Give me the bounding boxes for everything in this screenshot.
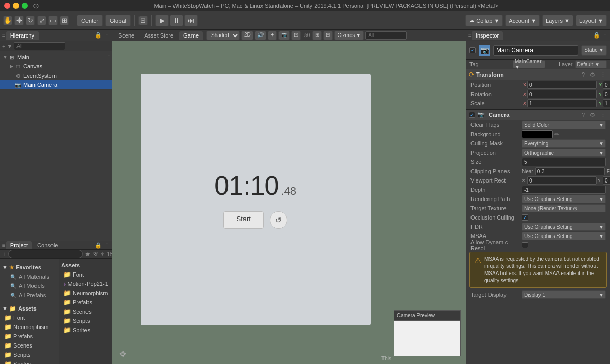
tag-dropdown[interactable]: MainCamer ▼: [513, 60, 545, 68]
static-button[interactable]: Static ▼: [581, 45, 607, 56]
pause-button[interactable]: ⏸: [170, 15, 183, 26]
audio-button[interactable]: 🔊: [255, 31, 266, 40]
right-prefabs[interactable]: 📁 Prefabs: [59, 298, 112, 307]
camera-help-icon[interactable]: ?: [580, 112, 586, 118]
hdr-dropdown[interactable]: Use Graphics Setting ▼: [522, 223, 606, 231]
snap-settings-button[interactable]: ⊟: [323, 31, 333, 40]
position-y-input[interactable]: [603, 81, 610, 89]
scene-view[interactable]: 01:10 .48 Start ↺ ✥ Camera Preview: [112, 41, 466, 364]
add-hierarchy-button[interactable]: +: [2, 43, 5, 49]
asset-sprites[interactable]: 📁 Sprites: [0, 359, 59, 364]
target-display-dropdown[interactable]: Display 1 ▼: [522, 290, 606, 299]
tree-item-eventsystem[interactable]: ⚙ EventSystem: [0, 71, 112, 80]
asset-scenes[interactable]: 📁 Scenes: [0, 341, 59, 350]
vp-x-input[interactable]: [527, 176, 597, 185]
right-font[interactable]: 📁 Font: [59, 270, 112, 279]
play-button[interactable]: ▶: [155, 15, 169, 26]
overlay-button[interactable]: ⊡: [291, 31, 301, 40]
fav-item-prefabs[interactable]: 🔍 All Prefabs: [0, 290, 59, 300]
project-add-button[interactable]: +: [3, 251, 6, 257]
reset-button[interactable]: ↺: [270, 211, 287, 229]
rect-tool-button[interactable]: ▭: [48, 16, 58, 25]
move-handle[interactable]: ✥: [117, 349, 128, 359]
asset-store-tab[interactable]: Asset Store: [140, 31, 178, 40]
scene-options-icon[interactable]: ⋮: [106, 54, 112, 61]
favorites-icon[interactable]: ★: [85, 250, 91, 258]
size-input[interactable]: [522, 158, 606, 166]
eye-icon[interactable]: 👁: [93, 250, 99, 258]
rotate-tool-button[interactable]: ↻: [26, 16, 35, 25]
msaa-dropdown[interactable]: Use Graphics Setting ▼: [522, 232, 606, 240]
asset-prefabs[interactable]: 📁 Prefabs: [0, 332, 59, 341]
rotation-x-input[interactable]: [527, 90, 597, 98]
scene-cam-button[interactable]: 📷: [278, 31, 290, 40]
transform-settings-icon[interactable]: ⚙: [588, 71, 597, 78]
camera-settings-icon[interactable]: ⚙: [588, 112, 597, 118]
tree-item-canvas[interactable]: ▶ □ Canvas: [0, 62, 112, 71]
hierarchy-search-input[interactable]: [14, 42, 65, 50]
object-enabled-checkbox[interactable]: [469, 47, 476, 53]
hierarchy-lock-icon[interactable]: 🔒: [95, 32, 102, 39]
occlusion-culling-checkbox[interactable]: [522, 214, 528, 221]
project-tab[interactable]: Project: [6, 241, 32, 249]
grid-button[interactable]: ⊞: [312, 31, 322, 40]
close-button[interactable]: [4, 3, 10, 9]
transform-component-header[interactable]: ⟳ Transform ? ⚙ ⋮: [466, 69, 610, 80]
project-more-icon[interactable]: ⋮: [104, 242, 110, 249]
layer-dropdown[interactable]: Default ▼: [575, 60, 607, 68]
right-scripts[interactable]: 📁 Scripts: [59, 316, 112, 325]
near-input[interactable]: [535, 167, 605, 175]
background-color-edit-icon[interactable]: ✏: [554, 131, 559, 138]
position-x-input[interactable]: [527, 81, 597, 89]
account-button[interactable]: Account ▼: [505, 15, 540, 26]
asset-scripts[interactable]: 📁 Scripts: [0, 350, 59, 359]
transform-help-icon[interactable]: ?: [580, 71, 586, 78]
project-search-input[interactable]: [8, 250, 83, 258]
gizmos-button[interactable]: Gizmos ▼: [334, 31, 364, 40]
collab-button[interactable]: ☁ Collab ▼: [465, 15, 503, 26]
search-filter-icon[interactable]: ⌖: [101, 250, 104, 258]
fav-item-models[interactable]: 🔍 All Models: [0, 281, 59, 290]
hand-tool-button[interactable]: ✋: [3, 16, 12, 25]
object-name-input[interactable]: [493, 45, 578, 56]
2d-button[interactable]: 2D: [241, 31, 253, 40]
culling-mask-dropdown[interactable]: Everything ▼: [522, 139, 606, 148]
fav-item-materials[interactable]: 🔍 All Materials: [0, 272, 59, 281]
scene-tab[interactable]: Scene: [114, 31, 138, 40]
rendering-path-dropdown[interactable]: Use Graphics Setting ▼: [522, 195, 606, 203]
rotation-y-input[interactable]: [603, 90, 610, 98]
camera-more-icon[interactable]: ⋮: [599, 112, 607, 118]
shading-dropdown[interactable]: Shaded: [206, 31, 240, 40]
clear-flags-dropdown[interactable]: Solid Color ▼: [522, 121, 606, 129]
hierarchy-more-icon[interactable]: ⋮: [104, 32, 110, 39]
camera-enabled-checkbox[interactable]: [469, 112, 475, 118]
tree-item-main[interactable]: ▼ ⊞ Main ⋮: [0, 52, 112, 62]
right-neumorphism[interactable]: 📁 Neumorphism: [59, 288, 112, 298]
scale-x-input[interactable]: [527, 99, 597, 107]
transform-more-icon[interactable]: ⋮: [599, 71, 607, 78]
tree-item-maincamera[interactable]: 📷 Main Camera: [0, 80, 112, 89]
effects-button[interactable]: ✦: [268, 31, 277, 40]
vp-y-input[interactable]: [603, 176, 610, 185]
camera-component-header[interactable]: 📷 Camera ? ⚙ ⋮: [466, 109, 610, 120]
inspector-tab[interactable]: Inspector: [472, 31, 503, 40]
game-tab[interactable]: Game: [179, 31, 203, 40]
pivot-center-button[interactable]: Center: [77, 15, 103, 26]
asset-neumorphism[interactable]: 📁 Neumorphism: [0, 322, 59, 332]
scene-search-input[interactable]: [365, 31, 407, 40]
background-color-box[interactable]: [522, 130, 553, 138]
favorites-header[interactable]: ▼ ★ Favorites: [0, 263, 59, 272]
project-lock-icon[interactable]: 🔒: [95, 242, 102, 249]
right-sprites[interactable]: 📁 Sprites: [59, 325, 112, 335]
minimize-button[interactable]: [13, 3, 19, 9]
transform-tool-button[interactable]: ⊞: [60, 16, 69, 25]
inspector-more-icon[interactable]: ⋮: [602, 32, 608, 39]
pivot-global-button[interactable]: Global: [105, 15, 131, 26]
target-texture-dropdown[interactable]: None (Render Textur ⊙: [522, 204, 606, 212]
step-button[interactable]: ⏭: [184, 15, 198, 26]
layout-button[interactable]: Layout ▼: [576, 15, 607, 26]
assets-section-header[interactable]: ▼ 📁 Assets: [0, 304, 59, 313]
allow-dynamic-checkbox[interactable]: [522, 242, 528, 248]
maximize-button[interactable]: [22, 3, 28, 9]
layers-button[interactable]: Layers ▼: [542, 15, 573, 26]
